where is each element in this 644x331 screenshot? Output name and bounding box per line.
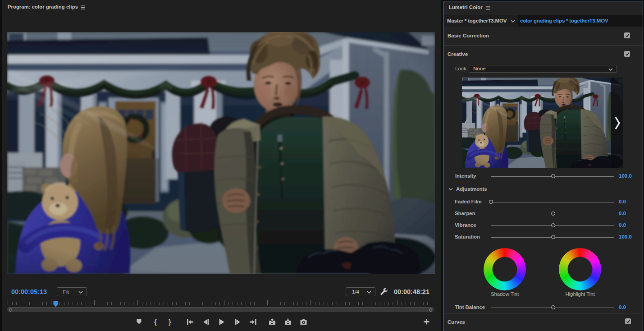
svg-text:}: } xyxy=(169,318,171,326)
svg-text:{: { xyxy=(154,318,157,326)
